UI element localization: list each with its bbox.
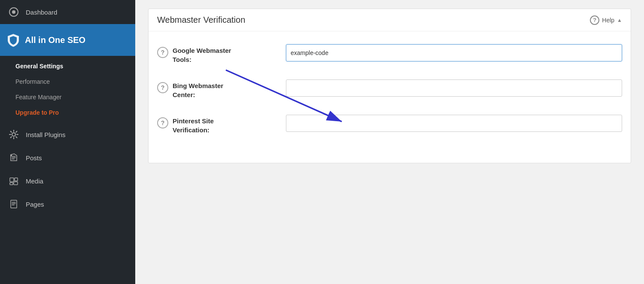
- pinterest-label: Pinterest Site Verification:: [173, 116, 214, 134]
- sidebar-item-aioseo[interactable]: All in One SEO: [0, 24, 135, 56]
- google-webmaster-input[interactable]: [286, 44, 622, 61]
- main-content: Webmaster Verification ? Help ▲: [135, 0, 644, 284]
- bing-label-group: ? Bing Webmaster Center:: [157, 79, 277, 99]
- svg-rect-7: [14, 182, 18, 185]
- dashboard-icon: [8, 6, 20, 18]
- pinterest-label-group: ? Pinterest Site Verification:: [157, 115, 277, 134]
- svg-point-3: [10, 155, 12, 156]
- posts-label: Posts: [26, 154, 42, 162]
- sidebar-item-media[interactable]: Media: [0, 169, 135, 192]
- submenu-item-upgrade[interactable]: Upgrade to Pro: [0, 105, 135, 120]
- submenu-item-performance[interactable]: Performance: [0, 74, 135, 89]
- google-label-group: ? Google Webmaster Tools:: [157, 44, 277, 64]
- sidebar-item-posts[interactable]: Posts: [0, 146, 135, 169]
- svg-point-2: [12, 133, 15, 136]
- help-circle-icon: ?: [590, 15, 599, 25]
- media-label: Media: [26, 177, 43, 185]
- posts-icon: [8, 152, 20, 164]
- collapse-arrow-icon[interactable]: ▲: [617, 17, 622, 23]
- bing-help-icon[interactable]: ?: [157, 82, 168, 93]
- sidebar: Dashboard All in One SEO General Setting…: [0, 0, 135, 284]
- pinterest-verification-input[interactable]: [286, 115, 622, 132]
- media-icon: [8, 175, 20, 187]
- svg-point-1: [12, 10, 15, 14]
- help-button[interactable]: ? Help: [590, 15, 614, 25]
- svg-rect-6: [10, 183, 13, 185]
- pages-label: Pages: [26, 201, 44, 208]
- submenu-item-general-settings[interactable]: General Settings: [0, 58, 135, 74]
- svg-rect-5: [15, 178, 18, 181]
- aioseo-submenu: General Settings Performance Feature Man…: [0, 56, 135, 123]
- help-label: Help: [602, 17, 614, 24]
- svg-rect-4: [10, 178, 14, 182]
- aioseo-title: All in One SEO: [25, 35, 85, 45]
- shield-icon: [6, 33, 21, 47]
- submenu-item-feature-manager[interactable]: Feature Manager: [0, 89, 135, 105]
- bing-label: Bing Webmaster Center:: [173, 81, 223, 99]
- panel-body: ? Google Webmaster Tools: ? Bing Webmast…: [149, 31, 631, 163]
- install-plugins-label: Install Plugins: [26, 131, 66, 138]
- sidebar-item-pages[interactable]: Pages: [0, 192, 135, 216]
- pages-icon: [8, 198, 20, 210]
- bing-form-row: ? Bing Webmaster Center:: [157, 79, 622, 99]
- panel-title: Webmaster Verification: [157, 15, 245, 25]
- google-form-row: ? Google Webmaster Tools:: [157, 44, 622, 64]
- google-label: Google Webmaster Tools:: [173, 46, 231, 64]
- bing-webmaster-input[interactable]: [286, 79, 622, 97]
- sidebar-item-label: Dashboard: [26, 9, 57, 16]
- sidebar-item-dashboard[interactable]: Dashboard: [0, 0, 135, 24]
- content-panel: Webmaster Verification ? Help ▲: [148, 9, 631, 163]
- sidebar-item-install-plugins[interactable]: Install Plugins: [0, 123, 135, 146]
- svg-rect-8: [11, 200, 17, 208]
- panel-header: Webmaster Verification ? Help ▲: [149, 9, 631, 31]
- google-help-icon[interactable]: ?: [157, 47, 168, 58]
- gear-icon: [8, 128, 20, 140]
- pinterest-form-row: ? Pinterest Site Verification:: [157, 115, 622, 134]
- pinterest-help-icon[interactable]: ?: [157, 117, 168, 128]
